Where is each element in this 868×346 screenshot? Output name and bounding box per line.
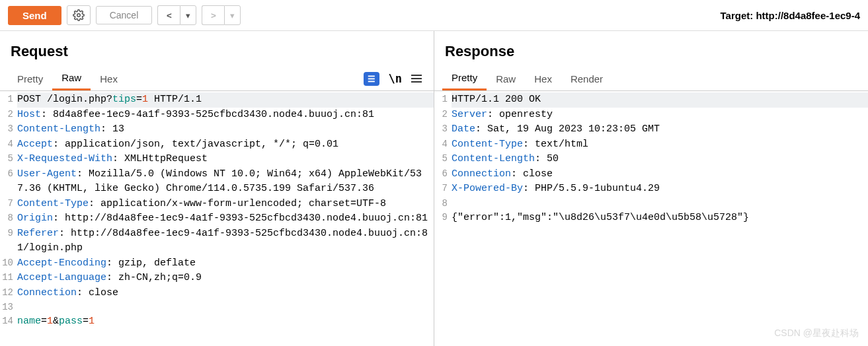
code-line: 13 xyxy=(0,300,434,314)
svg-point-0 xyxy=(77,14,80,17)
code-line: 11Accept-Language: zh-CN,zh;q=0.9 xyxy=(0,271,434,286)
send-button[interactable]: Send xyxy=(8,6,61,25)
code-line: 5Content-Length: 50 xyxy=(434,152,868,167)
history-forward-group: > ▾ xyxy=(202,5,241,25)
code-line: 9Referer: http://8d4a8fee-1ec9-4a1f-9393… xyxy=(0,226,434,256)
caret-down-icon: ▾ xyxy=(230,11,235,20)
cancel-button[interactable]: Cancel xyxy=(96,6,153,24)
tab-raw[interactable]: Raw xyxy=(52,67,91,90)
request-panel: Request Pretty Raw Hex ☰ \n 1POST /login… xyxy=(0,31,434,346)
request-tabs: Pretty Raw Hex ☰ \n xyxy=(0,67,434,91)
code-line: 7X-Powered-By: PHP/5.5.9-1ubuntu4.29 xyxy=(434,182,868,197)
settings-button[interactable] xyxy=(67,5,91,25)
forward-dropdown-button[interactable]: ▾ xyxy=(224,5,241,25)
code-line: 6Connection: close xyxy=(434,167,868,182)
code-line: 1HTTP/1.1 200 OK xyxy=(434,92,868,108)
code-line: 3Date: Sat, 19 Aug 2023 10:23:05 GMT xyxy=(434,122,868,137)
code-line: 4Accept: application/json, text/javascri… xyxy=(0,137,434,153)
newline-toggle[interactable]: \n xyxy=(389,72,402,85)
forward-button[interactable]: > xyxy=(202,5,224,25)
code-line: 10Accept-Encoding: gzip, deflate xyxy=(0,256,434,271)
back-dropdown-button[interactable]: ▾ xyxy=(180,5,196,25)
code-line: 2Server: openresty xyxy=(434,108,868,123)
tab-raw[interactable]: Raw xyxy=(487,68,525,90)
code-line: 3Content-Length: 13 xyxy=(0,122,434,137)
code-line: 14name=1&pass=1 xyxy=(0,314,434,329)
code-line: 4Content-Type: text/html xyxy=(434,137,868,153)
tab-hex[interactable]: Hex xyxy=(91,68,127,90)
inspector-icon[interactable]: ☰ xyxy=(364,72,379,86)
code-line: 2Host: 8d4a8fee-1ec9-4a1f-9393-525cfbcd3… xyxy=(0,108,434,123)
caret-down-icon: ▾ xyxy=(186,11,190,20)
code-line: 8 xyxy=(434,197,868,211)
code-line: 6User-Agent: Mozilla/5.0 (Windows NT 10.… xyxy=(0,167,434,197)
history-back-group: < ▾ xyxy=(157,5,196,25)
response-viewer[interactable]: 1HTTP/1.1 200 OK2Server: openresty3Date:… xyxy=(434,91,868,346)
tab-pretty[interactable]: Pretty xyxy=(442,67,487,90)
code-line: 1POST /login.php?tips=1 HTTP/1.1 xyxy=(0,92,434,108)
response-tabs: Pretty Raw Hex Render xyxy=(434,67,868,91)
request-title: Request xyxy=(0,31,434,67)
code-line: 7Content-Type: application/x-www-form-ur… xyxy=(0,197,434,212)
tab-pretty[interactable]: Pretty xyxy=(8,68,52,90)
code-line: 5X-Requested-With: XMLHttpRequest xyxy=(0,152,434,167)
request-editor[interactable]: 1POST /login.php?tips=1 HTTP/1.12Host: 8… xyxy=(0,91,434,346)
code-line: 8Origin: http://8d4a8fee-1ec9-4a1f-9393-… xyxy=(0,211,434,226)
tab-render[interactable]: Render xyxy=(561,68,612,90)
target-label: Target: http://8d4a8fee-1ec9-4 xyxy=(721,10,860,21)
back-button[interactable]: < xyxy=(157,5,180,25)
response-panel: Response Pretty Raw Hex Render 1HTTP/1.1… xyxy=(434,31,868,346)
response-title: Response xyxy=(434,31,868,67)
gear-icon xyxy=(73,9,85,21)
code-line: 12Connection: close xyxy=(0,286,434,301)
menu-icon[interactable] xyxy=(411,75,422,83)
tab-hex[interactable]: Hex xyxy=(525,68,561,90)
toolbar: Send Cancel < ▾ > ▾ Target: http://8d4a8… xyxy=(0,0,868,31)
code-line: 9{"error":1,"msg":"\u8d26\u53f7\u4e0d\u5… xyxy=(434,211,868,226)
